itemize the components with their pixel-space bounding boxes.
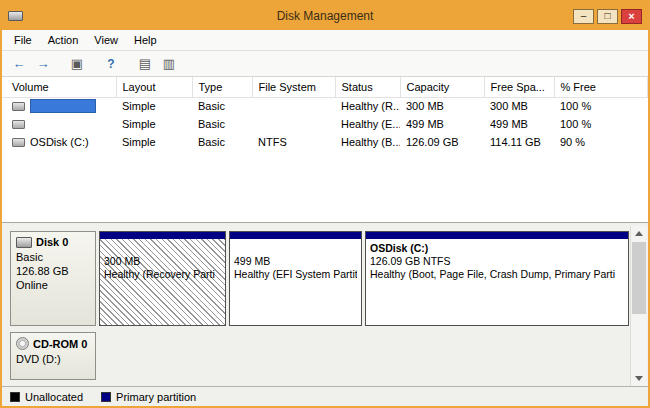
partition-size: 126.09 GB NTFS [370, 255, 624, 268]
cell-pct-free: 100 % [554, 97, 648, 115]
partition-status: Healthy (EFI System Partit [234, 268, 357, 281]
column-header-status[interactable]: Status [335, 77, 400, 97]
volume-name: OSDisk (C:) [30, 137, 89, 149]
disk-management-window: Disk Management – □ × File Action View H… [0, 0, 650, 408]
partition-efi[interactable]: 499 MB Healthy (EFI System Partit [229, 231, 362, 326]
column-header-file-system[interactable]: File System [252, 77, 335, 97]
partition-size: 499 MB [234, 255, 357, 268]
disk-size: 126.88 GB [16, 264, 90, 278]
legend-label: Unallocated [25, 391, 83, 403]
titlebar[interactable]: Disk Management – □ × [2, 2, 648, 30]
partition-title: OSDisk (C:) [370, 242, 624, 255]
volume-table: Volume Layout Type File System Status Ca… [2, 77, 648, 151]
back-button[interactable]: ← [8, 54, 30, 74]
scrollbar-thumb[interactable] [632, 242, 646, 314]
disk-name: CD-ROM 0 [33, 338, 87, 350]
volume-icon [12, 138, 25, 147]
disk-name: Disk 0 [36, 236, 68, 248]
scroll-down-icon [635, 376, 643, 381]
cell-status: Healthy (R... [335, 97, 400, 115]
graph-view-button[interactable]: ▥ [158, 54, 180, 74]
cell-file-system [252, 115, 335, 133]
scroll-up-button[interactable] [631, 226, 647, 241]
cell-layout: Simple [116, 115, 192, 133]
partition-osdisk[interactable]: OSDisk (C:) 126.09 GB NTFS Healthy (Boot… [365, 231, 629, 326]
console-tree-icon: ▣ [71, 56, 83, 71]
volume-row-recovery[interactable]: Simple Basic Healthy (R... 300 MB 300 MB… [2, 97, 648, 115]
disk-status: Online [16, 278, 90, 292]
disk-type: Basic [16, 250, 90, 264]
column-header-volume[interactable]: Volume [2, 77, 116, 97]
disk0-row: Disk 0 Basic 126.88 GB Online 300 MB Hea… [10, 231, 629, 326]
list-view-button[interactable]: ▤ [134, 54, 156, 74]
cell-pct-free: 90 % [554, 133, 648, 151]
cdrom0-row: CD-ROM 0 DVD (D:) [10, 332, 629, 380]
legend-label: Primary partition [116, 391, 196, 403]
cell-layout: Simple [116, 133, 192, 151]
volume-row-efi[interactable]: Simple Basic Healthy (E... 499 MB 499 MB… [2, 115, 648, 133]
cell-capacity: 126.09 GB [400, 133, 484, 151]
minimize-button[interactable]: – [573, 9, 594, 24]
menu-file[interactable]: File [6, 32, 40, 48]
back-icon: ← [13, 56, 26, 71]
help-button[interactable]: ? [100, 54, 122, 74]
cell-file-system: NTFS [252, 133, 335, 151]
graph-view-icon: ▥ [163, 56, 175, 71]
cell-status: Healthy (E... [335, 115, 400, 133]
menu-help[interactable]: Help [126, 32, 165, 48]
scrollbar-track[interactable] [631, 241, 647, 371]
volume-name-selected [30, 99, 96, 113]
cell-type: Basic [192, 133, 252, 151]
partition-status: Healthy (Boot, Page File, Crash Dump, Pr… [370, 268, 624, 281]
menubar: File Action View Help [2, 30, 648, 51]
cell-capacity: 499 MB [400, 115, 484, 133]
column-header-type[interactable]: Type [192, 77, 252, 97]
cell-file-system [252, 97, 335, 115]
list-view-icon: ▤ [139, 56, 151, 71]
legend-item-unallocated: Unallocated [10, 391, 83, 403]
help-icon: ? [107, 57, 114, 71]
scroll-down-button[interactable] [631, 371, 647, 386]
console-tree-button[interactable]: ▣ [66, 54, 88, 74]
disk0-label[interactable]: Disk 0 Basic 126.88 GB Online [10, 231, 96, 326]
partition-color-bar [366, 232, 628, 239]
menu-view[interactable]: View [86, 32, 126, 48]
partition-color-bar [100, 232, 225, 239]
column-header-capacity[interactable]: Capacity [400, 77, 484, 97]
cell-pct-free: 100 % [554, 115, 648, 133]
volume-list: Volume Layout Type File System Status Ca… [2, 77, 648, 222]
partition-title [104, 242, 221, 255]
cell-free-space: 114.11 GB [484, 133, 554, 151]
volume-row-osdisk[interactable]: OSDisk (C:) Simple Basic NTFS Healthy (B… [2, 133, 648, 151]
maximize-button[interactable]: □ [597, 9, 618, 24]
cell-free-space: 300 MB [484, 97, 554, 115]
cell-layout: Simple [116, 97, 192, 115]
primary-partition-swatch [101, 392, 111, 402]
hard-disk-icon [16, 237, 32, 248]
column-header-layout[interactable]: Layout [116, 77, 192, 97]
partition-size: 300 MB [104, 255, 221, 268]
graphical-view-pane: Disk 0 Basic 126.88 GB Online 300 MB Hea… [2, 226, 648, 406]
disk0-partitions: 300 MB Healthy (Recovery Parti 499 MB He… [99, 231, 629, 326]
partition-color-bar [230, 232, 361, 239]
cell-status: Healthy (B... [335, 133, 400, 151]
volume-icon [12, 102, 25, 111]
close-button[interactable]: × [621, 9, 642, 24]
partition-status: Healthy (Recovery Parti [104, 268, 221, 281]
cell-type: Basic [192, 115, 252, 133]
forward-button[interactable]: → [32, 54, 54, 74]
partition-recovery[interactable]: 300 MB Healthy (Recovery Parti [99, 231, 226, 326]
cell-type: Basic [192, 97, 252, 115]
menu-action[interactable]: Action [40, 32, 87, 48]
vertical-scrollbar[interactable] [630, 226, 647, 386]
forward-icon: → [37, 56, 50, 71]
volume-icon [12, 120, 25, 129]
column-header-free-space[interactable]: Free Spa... [484, 77, 554, 97]
unallocated-swatch [10, 392, 20, 402]
cd-rom-icon [16, 337, 29, 350]
scroll-up-icon [635, 231, 643, 236]
column-header-pct-free[interactable]: % Free [554, 77, 648, 97]
cdrom0-label[interactable]: CD-ROM 0 DVD (D:) [10, 332, 96, 380]
legend-bar: Unallocated Primary partition [2, 386, 648, 406]
cell-free-space: 499 MB [484, 115, 554, 133]
